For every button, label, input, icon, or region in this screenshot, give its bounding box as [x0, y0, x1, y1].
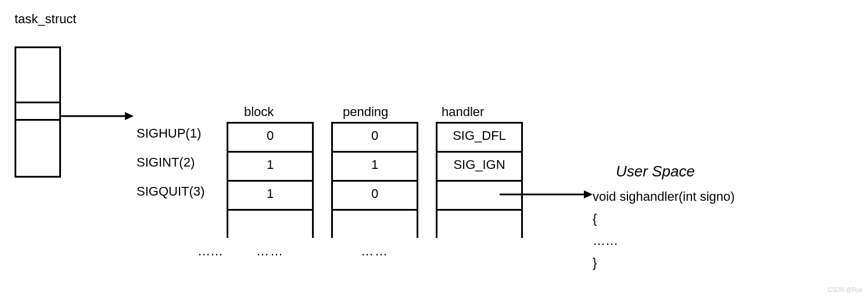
- handler-column: SIG_DFL SIG_IGN: [436, 122, 523, 238]
- ellipsis: ……: [227, 244, 314, 259]
- block-header: block: [244, 104, 274, 120]
- handler-cell: [437, 209, 521, 238]
- code-line: void sighandler(int signo): [593, 186, 735, 208]
- task-struct-cell-pointer: [16, 103, 59, 121]
- block-cell: 1: [228, 180, 312, 209]
- arrow-icon: [500, 189, 593, 200]
- diagram-title: task_struct: [15, 12, 76, 27]
- user-space-title: User Space: [616, 163, 695, 181]
- code-line: {: [593, 208, 735, 230]
- user-space-code: void sighandler(int signo) { …… }: [593, 186, 735, 274]
- ellipsis: ……: [331, 244, 418, 259]
- signal-name: SIGHUP(1): [137, 125, 205, 154]
- watermark: CSDN @Rya: [828, 287, 862, 293]
- pending-column: 0 1 0: [331, 122, 418, 238]
- pending-cell: 0: [333, 122, 417, 151]
- signal-name: SIGQUIT(3): [137, 183, 205, 212]
- task-struct-cell: [16, 48, 59, 103]
- block-cell: [228, 209, 312, 238]
- arrow-icon: [61, 110, 131, 122]
- handler-cell: SIG_DFL: [437, 122, 521, 151]
- block-cell: 1: [228, 151, 312, 180]
- task-struct-box: [15, 46, 61, 178]
- block-cell: 0: [228, 122, 312, 151]
- signal-name: SIGINT(2): [137, 154, 205, 183]
- pending-header: pending: [343, 104, 388, 120]
- handler-cell: SIG_IGN: [437, 151, 521, 180]
- code-line: }: [593, 252, 735, 274]
- svg-marker-1: [125, 112, 134, 120]
- code-line: ……: [593, 230, 735, 252]
- handler-header: handler: [442, 104, 484, 120]
- pending-cell: 0: [333, 180, 417, 209]
- pending-cell: 1: [333, 151, 417, 180]
- svg-marker-3: [584, 190, 593, 198]
- task-struct-cell: [16, 121, 59, 176]
- block-column: 0 1 1: [227, 122, 314, 238]
- ellipsis: ……: [198, 244, 223, 259]
- signal-names: SIGHUP(1) SIGINT(2) SIGQUIT(3): [137, 125, 205, 212]
- pending-cell: [333, 209, 417, 238]
